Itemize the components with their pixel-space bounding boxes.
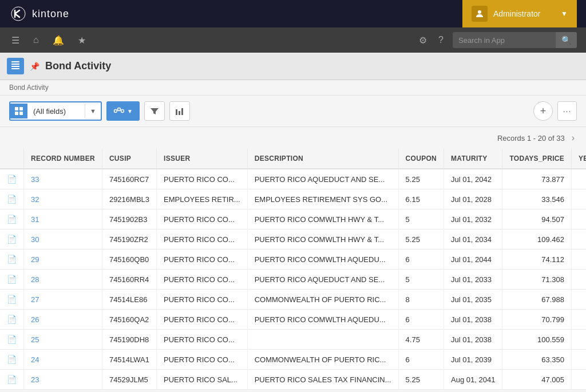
- breadcrumb-text: Bond Activity: [9, 84, 49, 92]
- table-row: 📄 32 29216MBL3 EMPLOYEES RETIR... EMPLOY…: [0, 189, 586, 209]
- svg-rect-9: [19, 112, 23, 115]
- row-coupon: 6.15: [398, 189, 444, 209]
- user-avatar: [472, 6, 488, 22]
- bell-icon[interactable]: 🔔: [50, 33, 66, 48]
- row-coupon: 5.25: [398, 370, 444, 390]
- row-doc-icon: 📄: [0, 370, 24, 390]
- home-icon[interactable]: ⌂: [31, 33, 41, 47]
- table-row: 📄 29 745160QB0 PUERTO RICO CO... PUERTO …: [0, 250, 586, 270]
- row-record-number[interactable]: 25: [24, 330, 102, 350]
- svg-rect-6: [15, 107, 18, 110]
- row-todays-price: 67.988: [502, 290, 572, 310]
- svg-point-12: [121, 110, 124, 113]
- row-description: PUERTO RICO COMWLTH AQUEDU...: [247, 250, 398, 270]
- row-yesterdays-price: 70.795: [572, 310, 586, 330]
- row-issuer: PUERTO RICO CO...: [157, 229, 248, 250]
- list-view-button[interactable]: [7, 58, 24, 74]
- row-maturity: Jul 01, 2033: [444, 270, 502, 290]
- hamburger-icon[interactable]: ☰: [9, 33, 22, 48]
- row-todays-price: 73.877: [502, 169, 572, 189]
- next-page-icon[interactable]: ›: [569, 132, 577, 144]
- row-issuer: PUERTO RICO CO...: [157, 290, 248, 310]
- svg-point-1: [478, 10, 481, 14]
- row-record-number[interactable]: 26: [24, 310, 102, 330]
- bar-chart-button[interactable]: [169, 101, 190, 121]
- row-maturity: Jul 01, 2034: [444, 229, 502, 250]
- toolbar-right: + ···: [533, 101, 577, 121]
- row-todays-price: 74.112: [502, 250, 572, 270]
- nav-right: ⚙ ? 🔍: [417, 32, 577, 48]
- breadcrumb: Bond Activity: [0, 80, 586, 96]
- row-record-number[interactable]: 24: [24, 350, 102, 370]
- row-record-number[interactable]: 32: [24, 189, 102, 209]
- chart-view-chevron: ▼: [127, 108, 133, 114]
- row-record-number[interactable]: 23: [24, 370, 102, 390]
- more-options-button[interactable]: ···: [557, 101, 577, 121]
- svg-rect-4: [11, 66, 19, 67]
- nav-bar: ☰ ⌂ 🔔 ★ ⚙ ? 🔍: [0, 27, 586, 53]
- row-yesterdays-price: 109.609: [572, 229, 586, 250]
- records-info-text: Records 1 - 20 of 33: [497, 134, 565, 142]
- row-issuer: PUERTO RICO CO...: [157, 310, 248, 330]
- svg-line-14: [120, 110, 121, 110]
- star-icon[interactable]: ★: [76, 33, 88, 48]
- row-maturity: Jul 01, 2038: [444, 310, 502, 330]
- row-description: COMMONWEALTH OF PUERTO RIC...: [247, 290, 398, 310]
- th-maturity: MATURITY: [444, 149, 502, 169]
- row-record-number[interactable]: 28: [24, 270, 102, 290]
- logo-text: kintone: [32, 8, 69, 20]
- records-nav: Records 1 - 20 of 33 ›: [0, 127, 586, 149]
- row-todays-price: 70.799: [502, 310, 572, 330]
- help-icon[interactable]: ?: [436, 33, 446, 47]
- svg-rect-8: [15, 112, 18, 115]
- row-record-number[interactable]: 29: [24, 250, 102, 270]
- svg-rect-15: [176, 109, 177, 115]
- row-issuer: PUERTO RICO CO...: [157, 350, 248, 370]
- row-yesterdays-price: 68.075: [572, 290, 586, 310]
- row-cusip: 74514LE86: [102, 290, 156, 310]
- row-todays-price: 47.005: [502, 370, 572, 390]
- row-cusip: 7451902B3: [102, 209, 156, 229]
- row-cusip: 74529JLM5: [102, 370, 156, 390]
- user-menu[interactable]: Administrator ▼: [462, 0, 577, 27]
- th-todays-price: Todays_Price: [502, 149, 572, 169]
- row-description: PUERTO RICO COMWLTH AQUEDU...: [247, 310, 398, 330]
- svg-point-11: [117, 108, 120, 111]
- row-issuer: EMPLOYEES RETIR...: [157, 189, 248, 209]
- row-doc-icon: 📄: [0, 330, 24, 350]
- row-yesterdays-price: 33.574: [572, 189, 586, 209]
- row-coupon: 4.75: [398, 330, 444, 350]
- search-input[interactable]: [453, 33, 556, 47]
- table-body: 📄 33 745160RC7 PUERTO RICO CO... PUERTO …: [0, 169, 586, 390]
- row-issuer: PUERTO RICO SAL...: [157, 370, 248, 390]
- chart-view-button[interactable]: ▼: [106, 101, 140, 121]
- row-cusip: 745190DH8: [102, 330, 156, 350]
- th-record-number: Record number: [24, 149, 102, 169]
- table-row: 📄 26 745160QA2 PUERTO RICO CO... PUERTO …: [0, 310, 586, 330]
- row-coupon: 6: [398, 350, 444, 370]
- row-record-number[interactable]: 31: [24, 209, 102, 229]
- row-record-number[interactable]: 33: [24, 169, 102, 189]
- gear-icon[interactable]: ⚙: [417, 33, 429, 48]
- row-yesterdays-price: 73.875: [572, 169, 586, 189]
- table-row: 📄 25 745190DH8 PUERTO RICO CO... 4.75 Ju…: [0, 330, 586, 350]
- row-record-number[interactable]: 27: [24, 290, 102, 310]
- svg-rect-3: [11, 64, 19, 65]
- th-cusip: CUSIP: [102, 149, 156, 169]
- row-doc-icon: 📄: [0, 189, 24, 209]
- row-maturity: Jul 01, 2032: [444, 209, 502, 229]
- row-description: PUERTO RICO AQUEDUCT AND SE...: [247, 169, 398, 189]
- filter-button[interactable]: [144, 101, 165, 121]
- view-selector[interactable]: (All fields) ▼: [9, 101, 102, 121]
- row-cusip: 745160RC7: [102, 169, 156, 189]
- row-cusip: 745160RR4: [102, 270, 156, 290]
- app-bar: 📌 Bond Activity: [0, 53, 586, 80]
- row-record-number[interactable]: 30: [24, 229, 102, 250]
- row-description: PUERTO RICO COMWLTH HWY & T...: [247, 229, 398, 250]
- row-cusip: 29216MBL3: [102, 189, 156, 209]
- row-yesterdays-price: 74.109: [572, 250, 586, 270]
- row-maturity: Jul 01, 2044: [444, 250, 502, 270]
- table-row: 📄 23 74529JLM5 PUERTO RICO SAL... PUERTO…: [0, 370, 586, 390]
- add-record-button[interactable]: +: [533, 101, 553, 121]
- search-button[interactable]: 🔍: [556, 32, 577, 48]
